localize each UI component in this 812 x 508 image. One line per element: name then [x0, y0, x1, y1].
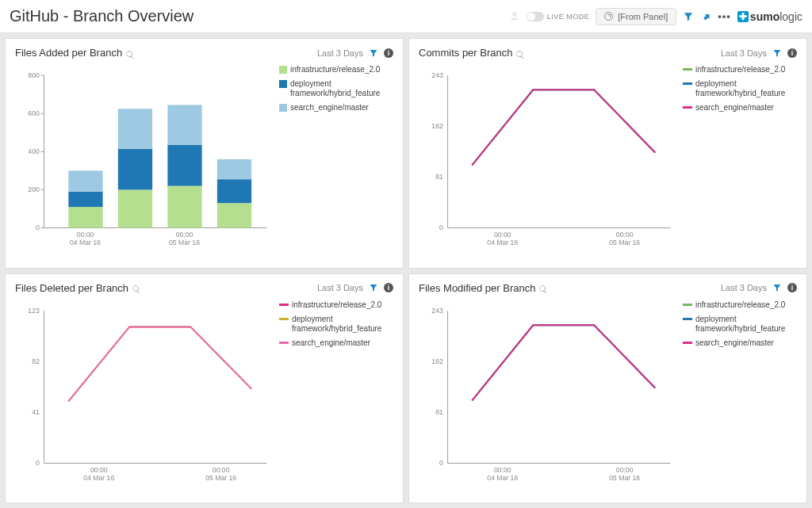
swatch-icon: [683, 68, 692, 71]
magnify-icon[interactable]: [515, 48, 525, 58]
sumologic-logo: ✚ sumologic: [737, 10, 802, 23]
legend-item[interactable]: deployment framework/hybrid_feature: [683, 315, 797, 334]
dashboard-grid: Files Added per Branch Last 3 Days i: [0, 33, 812, 508]
panel-commits: Commits per Branch Last 3 Days i 0 81 16…: [408, 38, 807, 269]
panel-meta: Last 3 Days i: [721, 48, 797, 59]
bar-chart: 0 200 400 600 800: [15, 62, 274, 265]
y-axis-ticks: 0 200 400 600 800: [28, 71, 44, 231]
svg-text:0: 0: [439, 223, 443, 231]
svg-text:05 Mar 16: 05 Mar 16: [205, 473, 236, 481]
svg-rect-17: [118, 109, 152, 148]
page-header: GitHub - Branch Overview LIVE MODE [From…: [0, 0, 812, 33]
time-range-label: Last 3 Days: [721, 283, 767, 292]
svg-text:04 Mar 16: 04 Mar 16: [83, 473, 114, 481]
logo-mark-icon: ✚: [737, 11, 749, 22]
info-icon[interactable]: i: [384, 283, 393, 292]
info-icon[interactable]: i: [787, 48, 797, 58]
legend-item[interactable]: infrastructure/release_2.0: [683, 65, 797, 74]
panel-header: Files Deleted per Branch Last 3 Days i: [15, 282, 393, 294]
svg-text:04 Mar 16: 04 Mar 16: [487, 239, 518, 246]
svg-text:00:00: 00:00: [213, 466, 230, 474]
panel-files-deleted: Files Deleted per Branch Last 3 Days i 0…: [5, 273, 404, 504]
legend-item[interactable]: infrastructure/release_2.0: [683, 300, 797, 310]
time-range-label: Last 3 Days: [317, 48, 363, 58]
legend-item[interactable]: infrastructure/release_2.0: [279, 300, 393, 310]
panel-body: 0 81 162 243 00:00 04 Mar 16 00:00 05 Ma…: [419, 297, 797, 500]
page-title: GitHub - Branch Overview: [10, 7, 509, 25]
panel-title: Commits per Branch: [419, 47, 512, 59]
panel-meta: Last 3 Days i: [317, 48, 393, 59]
svg-text:41: 41: [32, 407, 40, 415]
svg-text:00:00: 00:00: [616, 231, 634, 239]
legend-item[interactable]: deployment framework/hybrid_feature: [683, 79, 797, 98]
clock-icon: [604, 12, 613, 21]
svg-rect-14: [68, 170, 102, 191]
swatch-icon: [683, 342, 692, 344]
live-mode-toggle[interactable]: LIVE MODE: [527, 12, 590, 21]
svg-text:00:00: 00:00: [494, 466, 511, 474]
chart-legend: infrastructure/release_2.0 deployment fr…: [274, 297, 393, 500]
svg-rect-19: [167, 145, 201, 186]
line-chart: 0 81 162 243 00:00 04 Mar 16 00:00 05 Ma…: [419, 62, 678, 265]
filter-icon[interactable]: [772, 282, 783, 293]
svg-rect-22: [217, 179, 251, 203]
panel-title: Files Deleted per Branch: [15, 282, 128, 294]
magnify-icon[interactable]: [538, 283, 548, 292]
svg-text:05 Mar 16: 05 Mar 16: [609, 473, 640, 481]
panel-title: Files Modified per Branch: [419, 282, 535, 294]
svg-rect-15: [118, 189, 152, 227]
panel-files-added: Files Added per Branch Last 3 Days i: [5, 38, 404, 269]
legend-item[interactable]: infrastructure/release_2.0: [279, 65, 393, 74]
toggle-switch[interactable]: [527, 12, 544, 21]
info-icon[interactable]: i: [787, 283, 797, 292]
svg-text:400: 400: [28, 147, 40, 155]
filter-icon[interactable]: [368, 48, 379, 59]
filter-icon[interactable]: [772, 48, 783, 59]
live-mode-label: LIVE MODE: [547, 13, 590, 21]
time-range-button[interactable]: [From Panel]: [596, 8, 676, 25]
svg-text:00:00: 00:00: [176, 231, 193, 239]
svg-text:0: 0: [439, 459, 443, 467]
more-menu-icon[interactable]: •••: [718, 10, 731, 22]
legend-item[interactable]: search_engine/master: [683, 103, 797, 113]
time-range-label: Last 3 Days: [317, 283, 363, 292]
share-icon[interactable]: [700, 11, 711, 22]
svg-text:162: 162: [431, 357, 443, 365]
swatch-icon: [279, 66, 287, 74]
line-chart: 0 41 82 123 00:00 04 Mar 16 00:00 05 Mar…: [15, 297, 274, 500]
filter-icon[interactable]: [368, 282, 379, 293]
filter-icon[interactable]: [683, 11, 694, 22]
legend-item[interactable]: search_engine/master: [279, 338, 393, 348]
legend-item[interactable]: search_engine/master: [279, 103, 393, 113]
time-range-label: Last 3 Days: [721, 48, 767, 58]
panel-header: Files Added per Branch Last 3 Days i: [15, 47, 393, 59]
svg-text:800: 800: [28, 71, 40, 79]
svg-text:81: 81: [435, 407, 443, 415]
svg-text:600: 600: [28, 109, 40, 117]
info-icon[interactable]: i: [384, 48, 393, 58]
chart-legend: infrastructure/release_2.0 deployment fr…: [678, 62, 797, 265]
user-icon: [509, 11, 520, 22]
svg-text:162: 162: [431, 122, 443, 130]
magnify-icon[interactable]: [125, 48, 135, 58]
panel-meta: Last 3 Days i: [721, 282, 797, 293]
swatch-icon: [279, 104, 287, 112]
legend-item[interactable]: search_engine/master: [683, 338, 797, 348]
panel-meta: Last 3 Days i: [317, 282, 393, 293]
chart-legend: infrastructure/release_2.0 deployment fr…: [678, 297, 797, 500]
swatch-icon: [279, 342, 289, 344]
svg-text:00:00: 00:00: [77, 231, 94, 239]
svg-text:05 Mar 16: 05 Mar 16: [169, 239, 200, 246]
legend-item[interactable]: deployment framework/hybrid_feature: [279, 79, 393, 98]
svg-text:04 Mar 16: 04 Mar 16: [70, 239, 101, 246]
magnify-icon[interactable]: [132, 283, 141, 292]
panel-body: 0 81 162 243 00:00 04 Mar 16 00:00 05 Ma…: [419, 62, 797, 265]
svg-text:82: 82: [32, 357, 40, 365]
svg-rect-16: [118, 149, 152, 190]
legend-item[interactable]: deployment framework/hybrid_feature: [279, 315, 393, 334]
panel-files-modified: Files Modified per Branch Last 3 Days i …: [408, 273, 807, 504]
svg-text:200: 200: [28, 185, 40, 193]
panel-body: 0 41 82 123 00:00 04 Mar 16 00:00 05 Mar…: [15, 297, 393, 500]
svg-text:04 Mar 16: 04 Mar 16: [487, 473, 518, 481]
svg-rect-21: [217, 203, 251, 227]
